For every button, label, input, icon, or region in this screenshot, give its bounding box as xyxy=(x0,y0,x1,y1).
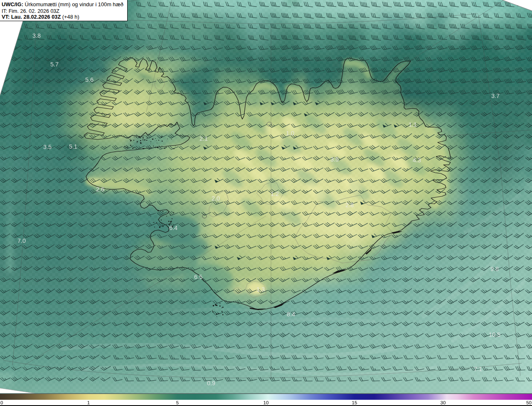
svg-text:5: 5 xyxy=(176,400,179,405)
svg-text:2.8: 2.8 xyxy=(345,202,354,208)
svg-text:5.7: 5.7 xyxy=(50,61,59,68)
svg-text:7.0: 7.0 xyxy=(17,237,26,244)
svg-text:5.6: 5.6 xyxy=(85,76,94,83)
svg-text:9.8: 9.8 xyxy=(490,266,499,272)
svg-text:6.5: 6.5 xyxy=(194,274,202,280)
svg-text:5.1: 5.1 xyxy=(69,143,77,150)
svg-text:50: 50 xyxy=(526,400,532,405)
svg-text:1.3: 1.3 xyxy=(256,286,265,293)
svg-text:1: 1 xyxy=(87,400,90,405)
svg-text:7.1: 7.1 xyxy=(474,366,482,372)
svg-text:3.8: 3.8 xyxy=(32,32,41,39)
svg-text:3.5: 3.5 xyxy=(330,156,339,163)
svg-text:0: 0 xyxy=(0,400,3,405)
svg-text:10: 10 xyxy=(264,400,269,405)
svg-text:1.2: 1.2 xyxy=(271,191,279,197)
svg-text:3.7: 3.7 xyxy=(491,93,500,99)
svg-text:6.4: 6.4 xyxy=(169,225,177,231)
svg-text:3.5: 3.5 xyxy=(43,144,52,150)
svg-text:2.1: 2.1 xyxy=(200,135,208,142)
svg-text:30: 30 xyxy=(441,400,446,405)
svg-text:15: 15 xyxy=(352,400,357,405)
svg-text:1.0: 1.0 xyxy=(286,130,294,137)
svg-text:10.5: 10.5 xyxy=(489,331,500,338)
svg-text:1.1: 1.1 xyxy=(409,121,417,128)
svg-text:2.0: 2.0 xyxy=(212,195,220,202)
svg-text:8.4: 8.4 xyxy=(287,311,295,318)
svg-text:0.9: 0.9 xyxy=(207,380,215,386)
svg-text:4.3: 4.3 xyxy=(413,157,421,164)
svg-text:2.6: 2.6 xyxy=(96,186,104,193)
